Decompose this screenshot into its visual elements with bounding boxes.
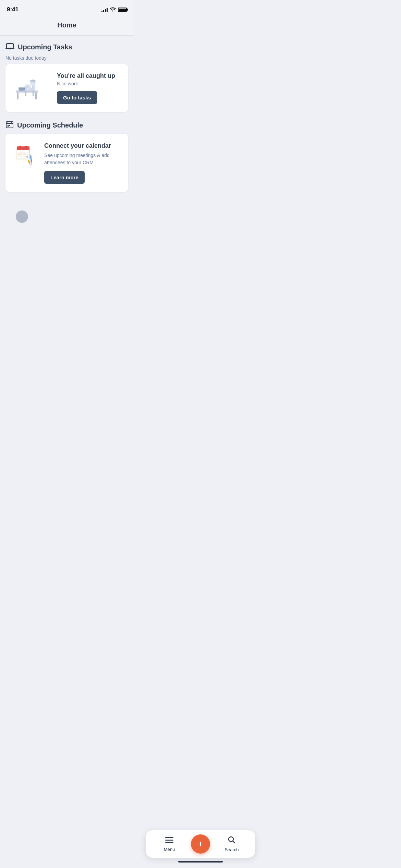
svg-rect-3 — [17, 93, 19, 99]
svg-rect-1 — [9, 49, 11, 49]
signal-icon — [101, 7, 108, 12]
page-header: Home — [0, 17, 134, 36]
go-to-tasks-button[interactable]: Go to tasks — [57, 91, 97, 104]
tasks-illustration — [12, 73, 50, 104]
svg-point-11 — [30, 80, 36, 82]
schedule-card-heading: Connect your calendar — [44, 142, 121, 150]
tasks-icon — [5, 43, 14, 52]
svg-rect-0 — [7, 44, 13, 48]
status-time: 9:41 — [7, 6, 19, 13]
svg-rect-23 — [18, 153, 20, 154]
dot-area — [5, 200, 128, 226]
svg-rect-20 — [17, 149, 29, 150]
bottom-spacer — [5, 234, 128, 269]
schedule-section: Upcoming Schedule — [5, 120, 128, 192]
svg-marker-32 — [31, 162, 32, 165]
learn-more-button[interactable]: Learn more — [44, 171, 85, 184]
tasks-card-heading: You're all caught up — [57, 72, 115, 80]
tasks-card: You're all caught up Nice work Go to tas… — [5, 64, 128, 112]
svg-rect-15 — [8, 125, 9, 126]
schedule-card: Connect your calendar See upcoming meeti… — [5, 134, 128, 192]
tasks-card-subtext: Nice work — [57, 81, 115, 86]
svg-rect-8 — [33, 91, 34, 96]
svg-rect-33 — [30, 155, 32, 156]
schedule-icon — [5, 120, 14, 130]
tasks-section-title: Upcoming Tasks — [18, 43, 72, 51]
svg-marker-34 — [31, 164, 32, 165]
main-content: Upcoming Tasks No tasks due today — [0, 36, 134, 276]
status-icons — [101, 7, 127, 13]
svg-rect-4 — [35, 93, 37, 99]
svg-rect-25 — [24, 153, 26, 154]
schedule-section-header: Upcoming Schedule — [5, 120, 128, 130]
tasks-section-header: Upcoming Tasks — [5, 43, 128, 52]
svg-point-22 — [25, 146, 27, 147]
svg-rect-24 — [21, 153, 23, 154]
tasks-section: Upcoming Tasks No tasks due today — [5, 43, 128, 112]
schedule-card-subtext: See upcoming meetings & add attendees to… — [44, 152, 121, 166]
svg-rect-31 — [30, 155, 32, 162]
page-title: Home — [57, 21, 76, 29]
svg-rect-13 — [19, 88, 25, 91]
svg-rect-26 — [18, 155, 20, 156]
svg-rect-16 — [9, 125, 10, 126]
svg-rect-7 — [25, 91, 26, 96]
svg-rect-17 — [8, 126, 9, 127]
schedule-card-text: Connect your calendar See upcoming meeti… — [44, 142, 121, 184]
scroll-dot — [16, 210, 28, 223]
svg-point-21 — [20, 146, 21, 147]
svg-marker-30 — [30, 165, 31, 166]
schedule-illustration — [12, 142, 37, 180]
wifi-icon — [110, 7, 116, 13]
battery-icon — [118, 8, 127, 12]
tasks-card-text: You're all caught up Nice work Go to tas… — [57, 72, 115, 104]
status-bar: 9:41 — [0, 0, 134, 17]
schedule-section-title: Upcoming Schedule — [17, 121, 83, 129]
tasks-section-subtitle: No tasks due today — [5, 55, 128, 61]
